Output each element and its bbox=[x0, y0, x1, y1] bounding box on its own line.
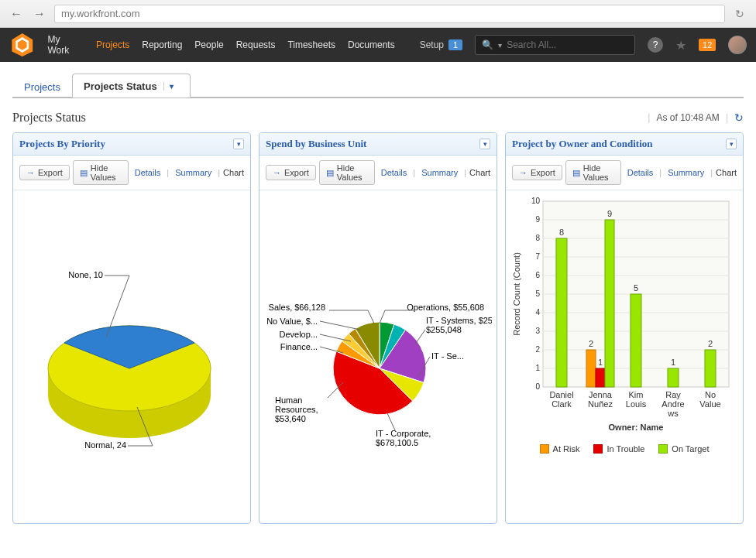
legend-at-risk: At Risk bbox=[540, 444, 580, 454]
nav-documents[interactable]: Documents bbox=[348, 39, 395, 50]
svg-text:1: 1 bbox=[671, 358, 675, 367]
svg-text:IT - Se...: IT - Se... bbox=[431, 351, 464, 361]
panel-menu-button[interactable]: ▾ bbox=[233, 139, 244, 149]
svg-text:6: 6 bbox=[535, 271, 540, 279]
nav-reporting[interactable]: Reporting bbox=[142, 39, 182, 50]
svg-line-21 bbox=[380, 310, 385, 324]
svg-rect-64 bbox=[668, 368, 679, 387]
svg-text:7: 7 bbox=[535, 252, 540, 261]
svg-text:9: 9 bbox=[607, 209, 612, 218]
legend-in-trouble: In Trouble bbox=[593, 444, 644, 454]
svg-text:8: 8 bbox=[559, 228, 564, 237]
chart-link[interactable]: Chart bbox=[469, 168, 490, 177]
panel-toolbar: →Export ▤Hide Values Details | Summary |… bbox=[506, 156, 743, 190]
svg-text:4: 4 bbox=[535, 308, 540, 317]
tab-projects[interactable]: Projects bbox=[12, 74, 72, 98]
svg-text:Record Count (Count): Record Count (Count) bbox=[512, 252, 521, 336]
browser-refresh-button[interactable]: ↻ bbox=[731, 5, 748, 22]
svg-text:Value: Value bbox=[699, 399, 720, 409]
details-link[interactable]: Details bbox=[378, 168, 411, 177]
panel-menu-button[interactable]: ▾ bbox=[726, 139, 737, 149]
nav-people[interactable]: People bbox=[194, 39, 223, 50]
svg-text:1: 1 bbox=[598, 358, 603, 367]
chart-link[interactable]: Chart bbox=[223, 168, 244, 177]
tab-projects-status[interactable]: Projects Status ▾ bbox=[72, 74, 191, 98]
svg-text:8: 8 bbox=[535, 234, 540, 242]
owner-bar-chart: 012 345 678 910 Record Count (Count) 8 bbox=[506, 190, 738, 438]
url-bar[interactable]: my.workfront.com bbox=[54, 5, 725, 23]
svg-line-23 bbox=[368, 310, 374, 324]
svg-text:$678,100.5: $678,100.5 bbox=[376, 438, 418, 447]
nav-projects[interactable]: Projects bbox=[96, 39, 129, 50]
svg-text:Jenna: Jenna bbox=[589, 390, 613, 399]
svg-text:Ray: Ray bbox=[665, 390, 681, 399]
svg-text:$53,640: $53,640 bbox=[275, 414, 306, 423]
svg-text:2: 2 bbox=[708, 339, 713, 348]
svg-text:Clark: Clark bbox=[552, 399, 572, 409]
export-button[interactable]: →Export bbox=[19, 165, 70, 180]
svg-text:2: 2 bbox=[589, 339, 593, 348]
panel-toolbar: →Export ▤Hide Values Details | Summary |… bbox=[13, 156, 250, 190]
legend-on-target: On Target bbox=[658, 444, 709, 454]
summary-link[interactable]: Summary bbox=[665, 168, 707, 177]
global-search[interactable]: 🔍 ▾ bbox=[475, 35, 635, 55]
search-icon: 🔍 bbox=[482, 39, 493, 50]
details-link[interactable]: Details bbox=[132, 168, 164, 177]
forward-button[interactable]: → bbox=[31, 5, 48, 22]
hide-values-button[interactable]: ▤Hide Values bbox=[319, 160, 375, 185]
svg-text:Operations, $55,608: Operations, $55,608 bbox=[407, 303, 484, 312]
panel-projects-by-priority: Projects By Priority ▾ →Export ▤Hide Val… bbox=[12, 132, 251, 524]
setup-link[interactable]: Setup 1 bbox=[420, 39, 462, 50]
panel-toolbar: →Export ▤Hide Values Details | Summary |… bbox=[259, 156, 497, 190]
nav-requests[interactable]: Requests bbox=[236, 39, 276, 50]
tab-label: Projects Status bbox=[84, 80, 157, 92]
summary-link[interactable]: Summary bbox=[172, 168, 215, 177]
setup-label: Setup bbox=[420, 39, 444, 50]
svg-text:3: 3 bbox=[535, 327, 540, 335]
svg-text:2: 2 bbox=[535, 345, 540, 354]
svg-line-25 bbox=[414, 330, 425, 345]
export-button[interactable]: →Export bbox=[266, 165, 316, 180]
svg-text:No: No bbox=[705, 390, 716, 399]
back-button[interactable]: ← bbox=[8, 5, 25, 22]
svg-text:9: 9 bbox=[535, 215, 540, 224]
svg-text:Develop...: Develop... bbox=[279, 330, 318, 339]
nav-timesheets[interactable]: Timesheets bbox=[287, 39, 335, 50]
refresh-report-button[interactable]: ↻ bbox=[734, 111, 744, 124]
setup-badge: 1 bbox=[448, 39, 462, 50]
chevron-down-icon[interactable]: ▾ bbox=[498, 41, 502, 50]
svg-text:Nuñez: Nuñez bbox=[588, 399, 613, 409]
legend: At Risk In Trouble On Target bbox=[506, 441, 743, 457]
tab-strip: Projects Projects Status ▾ bbox=[12, 73, 744, 98]
svg-text:Daniel: Daniel bbox=[549, 390, 573, 399]
panel-title: Project by Owner and Condition bbox=[512, 138, 653, 150]
notifications-badge[interactable]: 12 bbox=[699, 39, 716, 51]
svg-text:IT - Systems, $255,048: IT - Systems, $255,048 bbox=[426, 316, 492, 325]
export-button[interactable]: →Export bbox=[512, 165, 562, 180]
nav-my-work[interactable]: My Work bbox=[48, 34, 84, 56]
workfront-logo bbox=[9, 32, 36, 58]
svg-text:10: 10 bbox=[531, 197, 541, 205]
svg-rect-58 bbox=[596, 368, 605, 387]
svg-line-27 bbox=[387, 413, 395, 430]
svg-text:Andre: Andre bbox=[662, 399, 684, 409]
svg-text:Resources,: Resources, bbox=[275, 405, 318, 414]
details-link[interactable]: Details bbox=[624, 168, 657, 177]
chart-link[interactable]: Chart bbox=[716, 168, 737, 177]
user-avatar[interactable] bbox=[728, 36, 747, 54]
summary-link[interactable]: Summary bbox=[418, 168, 461, 177]
svg-text:Human: Human bbox=[275, 395, 302, 405]
favorites-icon[interactable]: ★ bbox=[675, 38, 686, 53]
svg-text:1: 1 bbox=[535, 364, 540, 372]
browser-bar: ← → my.workfront.com ↻ bbox=[0, 0, 756, 28]
search-input[interactable] bbox=[507, 39, 628, 50]
svg-rect-54 bbox=[556, 238, 567, 387]
panel-owner-condition: Project by Owner and Condition ▾ →Export… bbox=[505, 132, 744, 524]
svg-text:No Value, $...: No Value, $... bbox=[266, 317, 318, 326]
hide-values-button[interactable]: ▤Hide Values bbox=[73, 160, 129, 185]
tab-dropdown-icon[interactable]: ▾ bbox=[163, 82, 179, 91]
help-icon[interactable]: ? bbox=[648, 37, 663, 53]
panel-menu-button[interactable]: ▾ bbox=[479, 139, 490, 149]
hide-values-button[interactable]: ▤Hide Values bbox=[565, 160, 621, 185]
priority-pie-chart: None, 10 Normal, 24 bbox=[13, 190, 246, 515]
